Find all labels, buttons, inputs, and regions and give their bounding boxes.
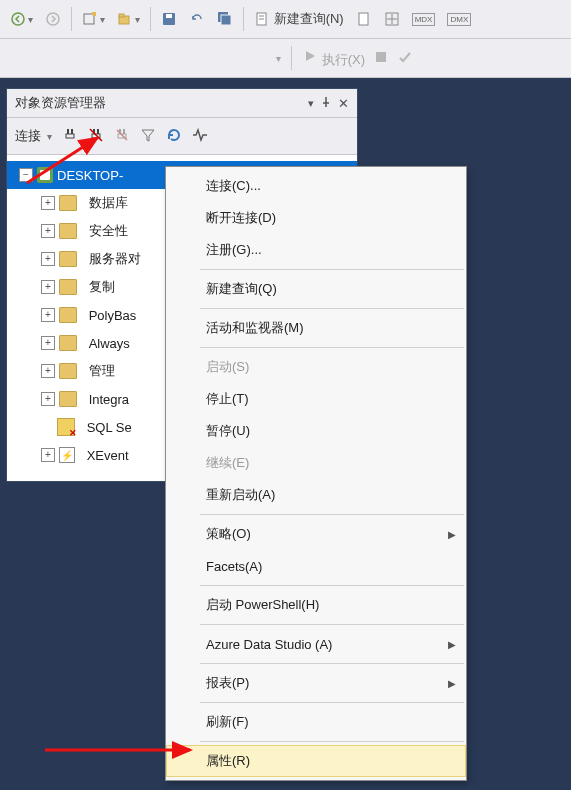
db-dropdown: ▾ — [276, 53, 281, 64]
script-button[interactable] — [352, 5, 376, 33]
open-button[interactable]: ▾ — [113, 5, 144, 33]
menu-properties[interactable]: 属性(R) — [166, 745, 466, 777]
query-toolbar: ▾ 执行(X) — [0, 39, 571, 78]
separator — [150, 7, 151, 31]
menu-connect[interactable]: 连接(C)... — [166, 170, 466, 202]
expand-icon[interactable]: + — [41, 448, 55, 462]
save-button[interactable] — [157, 5, 181, 33]
panel-titlebar: 对象资源管理器 ▾ ✕ — [7, 89, 357, 118]
menu-restart[interactable]: 重新启动(A) — [166, 479, 466, 511]
menu-separator — [200, 514, 464, 515]
new-project-button[interactable]: ▾ — [78, 5, 109, 33]
svg-point-3 — [93, 13, 96, 16]
menu-start: 启动(S) — [166, 351, 466, 383]
panel-menu-button[interactable]: ▾ — [308, 97, 314, 110]
menu-label: 启动 PowerShell(H) — [206, 596, 319, 614]
xevent-icon: ⚡ — [59, 447, 75, 463]
svg-rect-16 — [66, 134, 74, 138]
menu-resume: 继续(E) — [166, 447, 466, 479]
connect-icon[interactable] — [62, 127, 78, 146]
menu-register[interactable]: 注册(G)... — [166, 234, 466, 266]
filter-icon[interactable] — [140, 127, 156, 146]
menu-separator — [200, 269, 464, 270]
svg-rect-2 — [84, 14, 94, 24]
nav-back-button[interactable]: ▾ — [6, 5, 37, 33]
tree-item-label: Always — [89, 336, 130, 351]
menu-label: Azure Data Studio (A) — [206, 637, 332, 652]
menu-pause[interactable]: 暂停(U) — [166, 415, 466, 447]
menu-label: Facets(A) — [206, 559, 262, 574]
menu-separator — [200, 663, 464, 664]
expand-icon[interactable]: + — [41, 224, 55, 238]
menu-label: 报表(P) — [206, 674, 249, 692]
mdx-button[interactable]: MDX — [408, 5, 440, 33]
refresh-icon[interactable] — [166, 127, 182, 146]
menu-label: 属性(R) — [206, 752, 250, 770]
expand-icon[interactable]: + — [41, 336, 55, 350]
new-query-button[interactable]: 新建查询(N) — [250, 5, 348, 33]
menu-reports[interactable]: 报表(P)▶ — [166, 667, 466, 699]
connect-label: 连接 — [15, 128, 41, 143]
folder-icon — [59, 251, 77, 267]
xevent-label: XEvent — [87, 448, 129, 463]
dmx-button[interactable]: DMX — [443, 5, 475, 33]
execute-label: 执行(X) — [322, 52, 365, 67]
expand-icon[interactable]: + — [41, 364, 55, 378]
execute-button: 执行(X) — [302, 48, 365, 69]
menu-label: 刷新(F) — [206, 713, 249, 731]
nav-forward-button[interactable] — [41, 5, 65, 33]
menu-policy[interactable]: 策略(O)▶ — [166, 518, 466, 550]
menu-stop[interactable]: 停止(T) — [166, 383, 466, 415]
expand-icon[interactable]: + — [41, 252, 55, 266]
folder-icon — [59, 391, 77, 407]
menu-label: 继续(E) — [206, 454, 249, 472]
expand-icon[interactable]: + — [41, 392, 55, 406]
svg-rect-9 — [221, 15, 231, 25]
svg-point-1 — [47, 13, 59, 25]
separator — [71, 7, 72, 31]
menu-separator — [200, 347, 464, 348]
tree-item-label: 服务器对 — [89, 250, 141, 268]
menu-powershell[interactable]: 启动 PowerShell(H) — [166, 589, 466, 621]
separator — [291, 46, 292, 70]
folder-icon — [59, 279, 77, 295]
main-toolbar: ▾ ▾ ▾ 新建查询(N) MDX DMX — [0, 0, 571, 39]
tree-item-label: 管理 — [89, 362, 115, 380]
svg-rect-7 — [166, 14, 172, 18]
menu-facets[interactable]: Facets(A) — [166, 550, 466, 582]
new-query-label: 新建查询(N) — [274, 10, 344, 28]
pin-icon[interactable] — [320, 96, 332, 111]
expand-icon[interactable]: + — [41, 196, 55, 210]
save-all-button[interactable] — [213, 5, 237, 33]
server-label: DESKTOP- — [57, 168, 123, 183]
panel-toolbar: 连接 ▾ — [7, 118, 357, 155]
xquery-button[interactable] — [380, 5, 404, 33]
server-context-menu: 连接(C)... 断开连接(D) 注册(G)... 新建查询(Q) 活动和监视器… — [165, 166, 467, 781]
separator — [243, 7, 244, 31]
disconnect-plug-icon[interactable] — [88, 127, 104, 146]
menu-azure-data-studio[interactable]: Azure Data Studio (A)▶ — [166, 628, 466, 660]
menu-activity-monitor[interactable]: 活动和监视器(M) — [166, 312, 466, 344]
menu-label: 策略(O) — [206, 525, 251, 543]
undo-button[interactable] — [185, 5, 209, 33]
menu-disconnect[interactable]: 断开连接(D) — [166, 202, 466, 234]
disconnect-all-icon[interactable] — [114, 127, 130, 146]
tree-item-label: 复制 — [89, 278, 115, 296]
menu-refresh[interactable]: 刷新(F) — [166, 706, 466, 738]
expand-icon[interactable]: + — [41, 280, 55, 294]
menu-separator — [200, 624, 464, 625]
folder-icon — [59, 363, 77, 379]
folder-icon — [59, 223, 77, 239]
collapse-icon[interactable]: − — [19, 168, 33, 182]
activity-icon[interactable] — [192, 127, 208, 146]
tree-item-label: PolyBas — [89, 308, 137, 323]
panel-title-text: 对象资源管理器 — [15, 94, 106, 112]
menu-separator — [200, 308, 464, 309]
connect-dropdown[interactable]: 连接 ▾ — [15, 127, 52, 145]
submenu-arrow-icon: ▶ — [448, 678, 456, 689]
menu-new-query[interactable]: 新建查询(Q) — [166, 273, 466, 305]
close-icon[interactable]: ✕ — [338, 96, 349, 111]
menu-label: 停止(T) — [206, 390, 249, 408]
expand-icon[interactable]: + — [41, 308, 55, 322]
svg-rect-15 — [376, 52, 386, 62]
